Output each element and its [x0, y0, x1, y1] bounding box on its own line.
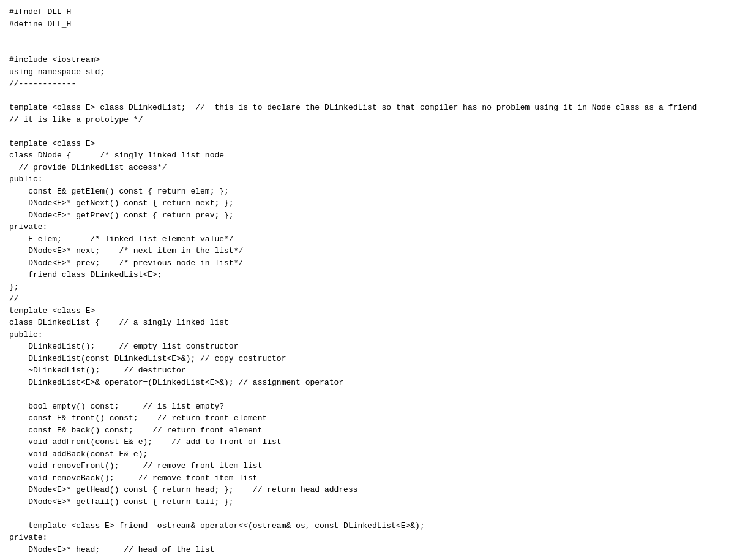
line-1: #ifndef DLL_H #define DLL_H: [9, 7, 71, 29]
code-editor: #ifndef DLL_H #define DLL_H #include <io…: [9, 6, 747, 558]
line-include: #include <iostream> using namespace std;…: [9, 55, 697, 558]
